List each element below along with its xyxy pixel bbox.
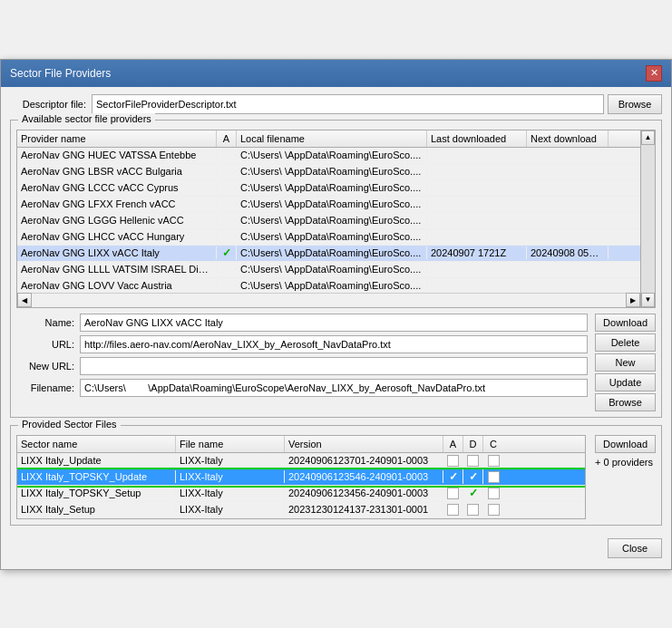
- sector-row[interactable]: LIXX Italy_Setup LIXX-Italy 202312301241…: [17, 502, 585, 518]
- descriptor-label: Descriptor file:: [10, 99, 92, 110]
- std-c: [483, 486, 503, 500]
- td-nextdl: [527, 154, 609, 156]
- url-input[interactable]: [80, 335, 588, 353]
- name-input[interactable]: [80, 314, 588, 332]
- delete-button[interactable]: Delete: [595, 333, 656, 352]
- td-a: [217, 203, 237, 205]
- std-d: [463, 502, 483, 517]
- newurl-input[interactable]: [80, 357, 588, 375]
- td-nextdl: [527, 203, 609, 205]
- provider-row[interactable]: AeroNav GNG LGGG Hellenic vACC C:\Users\…: [17, 213, 640, 229]
- sector-table-body: LIXX Italy_Update LIXX-Italy 20240906123…: [17, 453, 585, 518]
- std-a: [443, 502, 463, 517]
- filename-label: Filename:: [16, 382, 80, 393]
- new-button[interactable]: New: [595, 353, 656, 372]
- td-a: [217, 187, 237, 188]
- scol-sector[interactable]: Sector name: [17, 436, 176, 452]
- td-nextdl: [527, 285, 609, 286]
- std-d: ✓: [463, 469, 483, 484]
- sector-row[interactable]: LIXX Italy_TOPSKY_Setup LIXX-Italy 20240…: [17, 486, 585, 502]
- td-provider: AeroNav GNG LHCC vACC Hungary: [17, 230, 217, 243]
- col-provider[interactable]: Provider name: [17, 130, 217, 147]
- td-a: [217, 285, 237, 286]
- td-lastdl: [427, 285, 527, 286]
- std-version: 20231230124137-231301-0001: [285, 503, 443, 516]
- update-button[interactable]: Update: [595, 373, 656, 391]
- filename-input[interactable]: [80, 379, 588, 397]
- td-provider: AeroNav GNG LFXX French vACC: [17, 198, 217, 210]
- td-a: [217, 236, 237, 237]
- std-c: [483, 502, 503, 517]
- td-lastdl: [427, 219, 527, 221]
- provider-row[interactable]: AeroNav GNG LFXX French vACC C:\Users\ \…: [17, 197, 640, 213]
- sector-row[interactable]: LIXX Italy_TOPSKY_Update LIXX-Italy 2024…: [17, 469, 585, 486]
- std-version: 20240906123701-240901-0003: [285, 454, 443, 467]
- scol-file[interactable]: File name: [176, 436, 285, 452]
- provider-row[interactable]: AeroNav GNG LLLL VATSIM ISRAEL Division …: [17, 262, 640, 278]
- std-a: [443, 453, 463, 468]
- footer: Close: [10, 533, 662, 560]
- std-sector: LIXX Italy_TOPSKY_Update: [17, 470, 176, 483]
- providers-table-header: Provider name A Local filename Last down…: [17, 130, 640, 148]
- scol-version[interactable]: Version: [285, 436, 443, 452]
- col-local[interactable]: Local filename: [237, 130, 427, 147]
- scroll-down-btn[interactable]: ▼: [641, 293, 655, 307]
- std-file: LIXX-Italy: [176, 503, 285, 516]
- td-lastdl: [427, 203, 527, 205]
- available-providers-title: Available sector file providers: [18, 113, 155, 124]
- td-lastdl: [427, 170, 527, 172]
- close-window-button[interactable]: ✕: [646, 65, 662, 82]
- td-local: C:\Users\ \AppData\Roaming\EuroSco....: [237, 165, 427, 178]
- provider-row[interactable]: AeroNav GNG LIXX vACC Italy ✓ C:\Users\ …: [17, 246, 640, 262]
- scol-c[interactable]: C: [483, 436, 503, 452]
- td-lastdl: 20240907 1721Z: [427, 246, 527, 259]
- sector-file-providers-window: Sector File Providers ✕ Descriptor file:…: [0, 59, 672, 570]
- col-nextdl[interactable]: Next download: [527, 130, 609, 147]
- std-sector: LIXX Italy_Setup: [17, 503, 176, 516]
- browse-filename-button[interactable]: Browse: [595, 393, 656, 411]
- td-local: C:\Users\ \AppData\Roaming\EuroSco....: [237, 279, 427, 292]
- td-provider: AeroNav GNG LCCC vACC Cyprus: [17, 181, 217, 194]
- td-nextdl: [527, 219, 609, 221]
- std-file: LIXX-Italy: [176, 487, 285, 499]
- providers-table-body: AeroNav GNG HUEC VATSSA Entebbe C:\Users…: [17, 148, 640, 293]
- td-nextdl: [527, 268, 609, 270]
- std-a: ✓: [443, 469, 463, 484]
- std-a: [443, 486, 463, 500]
- std-c: [483, 453, 503, 468]
- title-bar: Sector File Providers ✕: [1, 60, 671, 87]
- descriptor-browse-button[interactable]: Browse: [608, 94, 662, 114]
- col-lastdl[interactable]: Last downloaded: [427, 130, 527, 147]
- td-a: [217, 219, 237, 221]
- sector-files-title: Provided Sector Files: [18, 419, 121, 430]
- scroll-up-btn[interactable]: ▲: [641, 130, 655, 145]
- col-a[interactable]: A: [217, 130, 237, 147]
- provider-row[interactable]: AeroNav GNG LBSR vACC Bulgaria C:\Users\…: [17, 164, 640, 180]
- scol-a[interactable]: A: [443, 436, 463, 452]
- td-local: C:\Users\ \AppData\Roaming\EuroSco....: [237, 149, 427, 161]
- provider-row[interactable]: AeroNav GNG LOVV Vacc Austria C:\Users\ …: [17, 278, 640, 293]
- sector-download-button[interactable]: Download: [595, 435, 656, 453]
- scol-d[interactable]: D: [463, 436, 483, 452]
- td-provider: AeroNav GNG LGGG Hellenic vACC: [17, 214, 217, 227]
- descriptor-input[interactable]: [92, 94, 604, 114]
- provider-row[interactable]: AeroNav GNG LCCC vACC Cyprus C:\Users\ \…: [17, 180, 640, 197]
- td-local: C:\Users\ \AppData\Roaming\EuroSco....: [237, 214, 427, 227]
- td-local: C:\Users\ \AppData\Roaming\EuroSco....: [237, 198, 427, 210]
- scroll-right-btn[interactable]: ▶: [626, 293, 640, 307]
- td-provider: AeroNav GNG LLLL VATSIM ISRAEL Division: [17, 263, 217, 275]
- available-providers-group: Available sector file providers Provider…: [10, 120, 662, 418]
- std-d: [463, 453, 483, 468]
- scroll-left-btn[interactable]: ◀: [17, 293, 32, 307]
- provider-row[interactable]: AeroNav GNG HUEC VATSSA Entebbe C:\Users…: [17, 148, 640, 164]
- sector-row[interactable]: LIXX Italy_Update LIXX-Italy 20240906123…: [17, 453, 585, 469]
- sector-table-header: Sector name File name Version A D C: [17, 436, 585, 453]
- std-version: 20240906123456-240901-0003: [285, 487, 443, 499]
- std-file: LIXX-Italy: [176, 454, 285, 467]
- td-provider: AeroNav GNG LOVV Vacc Austria: [17, 279, 217, 292]
- providers-info: + 0 providers: [595, 457, 653, 468]
- close-button[interactable]: Close: [608, 538, 662, 558]
- provider-row[interactable]: AeroNav GNG LHCC vACC Hungary C:\Users\ …: [17, 229, 640, 246]
- std-sector: LIXX Italy_Update: [17, 454, 176, 467]
- download-button[interactable]: Download: [595, 314, 656, 332]
